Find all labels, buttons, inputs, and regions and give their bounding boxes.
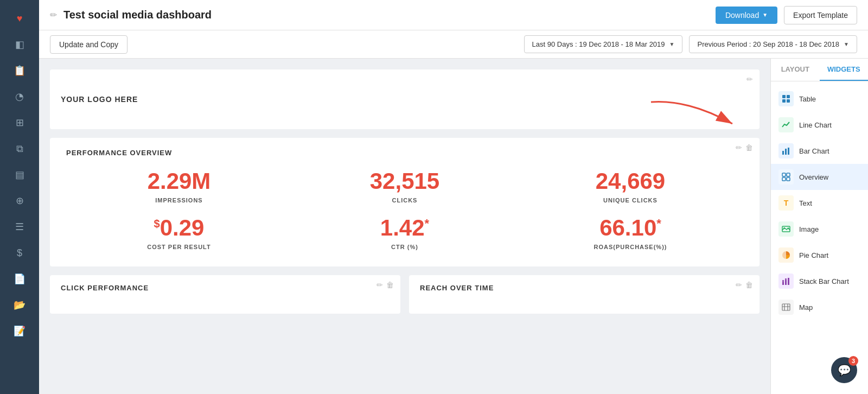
widget-list: Table Line Chart Bar Chart: [771, 81, 868, 325]
impressions-value: 2.29M: [66, 170, 292, 193]
click-perf-edit-icon[interactable]: ✏: [376, 281, 383, 289]
svg-rect-15: [782, 282, 784, 285]
sidebar-item-copy[interactable]: ⧉: [7, 137, 33, 161]
table-icon: ▤: [15, 169, 24, 181]
roas-value: 66.10*: [518, 217, 743, 239]
widget-image[interactable]: Image: [771, 216, 868, 242]
document-icon: 📋: [14, 65, 25, 77]
map-widget-icon: [778, 300, 794, 315]
reach-edit-icon[interactable]: ✏: [736, 281, 742, 289]
click-perf-delete-icon[interactable]: 🗑: [386, 281, 394, 289]
svg-rect-3: [782, 99, 786, 103]
metric-roas: 66.10* ROAS(PURCHASE(%)): [518, 217, 743, 250]
stack-bar-chart-widget-icon: [778, 274, 794, 289]
edit-title-icon[interactable]: ✏: [50, 10, 57, 20]
widget-line-chart-label: Line Chart: [799, 121, 832, 129]
click-performance-title: CLICK PERFORMANCE: [61, 284, 390, 292]
chat-button[interactable]: 💬 3: [831, 357, 857, 383]
perf-edit-icon[interactable]: ✏: [736, 143, 742, 152]
widget-map[interactable]: Map: [771, 294, 868, 320]
svg-rect-11: [787, 177, 790, 181]
ctr-value: 1.42*: [292, 217, 518, 239]
bottom-row: CLICK PERFORMANCE ✏ 🗑 REACH OVER TIME ✏ …: [50, 275, 760, 314]
cost-per-result-value: $0.29: [66, 217, 292, 239]
widget-line-chart[interactable]: Line Chart: [771, 112, 868, 138]
click-perf-actions: ✏ 🗑: [376, 281, 394, 289]
main-area: ✏ Test social media dashboard Download ▼…: [39, 0, 868, 394]
list-icon: ☰: [15, 221, 24, 233]
globe-icon: ⊕: [16, 195, 24, 207]
svg-rect-2: [787, 95, 790, 98]
clicks-value: 32,515: [292, 170, 518, 193]
page-title: Test social media dashboard: [63, 9, 709, 21]
cost-per-result-label: COST PER RESULT: [66, 244, 292, 250]
tab-widgets[interactable]: WIDGETS: [820, 59, 869, 81]
tab-layout[interactable]: LAYOUT: [771, 59, 820, 81]
logo-block-actions: ✏: [746, 75, 753, 84]
grid-icon: ⊞: [16, 117, 24, 129]
svg-rect-19: [788, 278, 789, 285]
sidebar-item-clock[interactable]: ◔: [7, 85, 33, 109]
sidebar-item-list[interactable]: ☰: [7, 215, 33, 239]
topbar: ✏ Test social media dashboard Download ▼…: [39, 0, 868, 30]
sidebar-item-grid[interactable]: ⊞: [7, 111, 33, 135]
logo-block: YOUR LOGO HERE ✏: [50, 69, 760, 129]
widget-pie-chart-label: Pie Chart: [799, 251, 828, 259]
arrow-annotation: [646, 97, 754, 142]
widget-text[interactable]: T Text: [771, 190, 868, 216]
svg-rect-16: [782, 280, 784, 282]
widget-table[interactable]: Table: [771, 86, 868, 112]
svg-rect-4: [787, 99, 790, 103]
metric-cost-per-result: $0.29 COST PER RESULT: [66, 217, 292, 250]
update-and-copy-button[interactable]: Update and Copy: [50, 35, 127, 54]
performance-overview-block: PERFORMANCE OVERVIEW ✏ 🗑 2.29M IMPRESSIO…: [50, 138, 760, 266]
metric-unique-clicks: 24,669 UNIQUE CLICKS: [518, 170, 743, 204]
metric-impressions: 2.29M IMPRESSIONS: [66, 170, 292, 204]
widget-table-label: Table: [799, 95, 816, 103]
sidebar-item-file[interactable]: ◧: [7, 33, 33, 56]
widget-image-label: Image: [799, 225, 819, 233]
pie-chart-widget-icon: [778, 247, 794, 263]
svg-point-13: [783, 227, 785, 229]
date-range-selector[interactable]: Last 90 Days : 19 Dec 2018 - 18 Mar 2019…: [524, 35, 683, 53]
widget-bar-chart[interactable]: Bar Chart: [771, 138, 868, 164]
export-template-button[interactable]: Export Template: [784, 6, 857, 24]
metric-clicks: 32,515 CLICKS: [292, 170, 518, 204]
doc2-icon: 📝: [14, 325, 25, 337]
svg-rect-8: [782, 173, 786, 176]
image-widget-icon: [778, 221, 794, 237]
table-widget-icon: [778, 91, 794, 106]
dashboard: YOUR LOGO HERE ✏: [39, 59, 770, 394]
prev-period-caret-icon: ▼: [844, 41, 849, 47]
sidebar-item-table[interactable]: ▤: [7, 163, 33, 187]
folder-icon: 📂: [14, 299, 25, 311]
widget-overview-label: Overview: [799, 173, 828, 181]
sidebar-item-dollar[interactable]: $: [7, 241, 33, 265]
sidebar-item-folder[interactable]: 📂: [7, 293, 33, 317]
widget-pie-chart[interactable]: Pie Chart: [771, 242, 868, 268]
line-chart-widget-icon: [778, 117, 794, 132]
logo-edit-icon[interactable]: ✏: [746, 75, 753, 84]
svg-rect-5: [782, 151, 784, 155]
widget-text-label: Text: [799, 199, 812, 207]
download-button[interactable]: Download ▼: [716, 7, 777, 24]
svg-rect-6: [785, 149, 787, 155]
sidebar-item-file2[interactable]: 📄: [7, 267, 33, 291]
prev-period-selector[interactable]: Previous Period : 20 Sep 2018 - 18 Dec 2…: [689, 35, 857, 53]
sidebar-item-heart[interactable]: ♥: [7, 7, 33, 30]
widget-stack-bar-chart[interactable]: Stack Bar Chart: [771, 268, 868, 294]
svg-rect-17: [785, 280, 787, 285]
sidebar-item-document[interactable]: 📋: [7, 59, 33, 82]
sidebar-item-doc2[interactable]: 📝: [7, 319, 33, 343]
file2-icon: 📄: [14, 273, 25, 285]
svg-rect-1: [782, 95, 786, 98]
widget-overview[interactable]: Overview: [771, 164, 868, 190]
widget-bar-chart-label: Bar Chart: [799, 147, 829, 155]
svg-rect-18: [785, 278, 787, 280]
sidebar-item-globe[interactable]: ⊕: [7, 189, 33, 213]
reach-delete-icon[interactable]: 🗑: [745, 281, 753, 289]
chat-icon: 💬: [838, 364, 851, 377]
chat-badge: 3: [848, 356, 858, 366]
perf-delete-icon[interactable]: 🗑: [745, 143, 753, 152]
content-area: YOUR LOGO HERE ✏: [39, 59, 868, 394]
